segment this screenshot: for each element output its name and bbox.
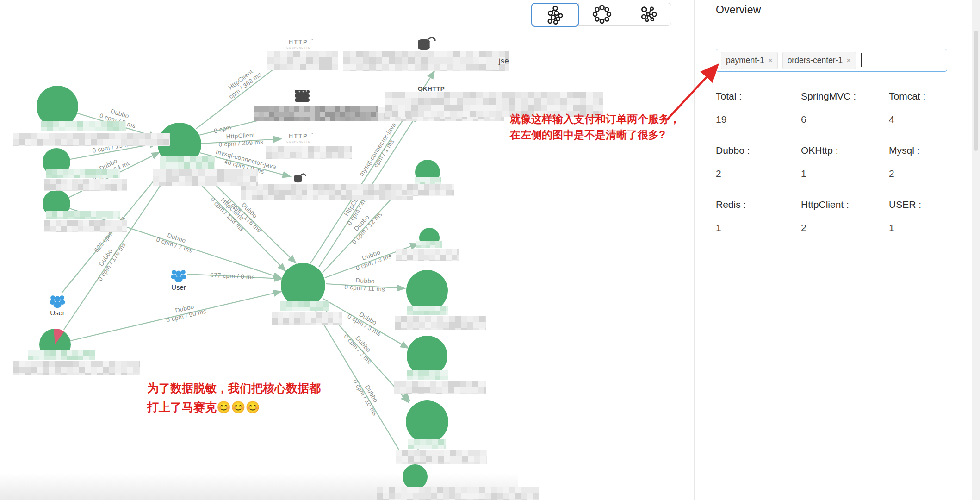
stat-label: USER : bbox=[889, 199, 968, 222]
stat-value: 2 bbox=[716, 168, 801, 199]
layout-circular-button[interactable] bbox=[578, 3, 625, 26]
stat-value: 4 bbox=[889, 114, 968, 145]
svg-text:COMPONENTS: COMPONENTS bbox=[286, 140, 310, 143]
overview-stats: Total : SpringMVC : Tomcat : 19 6 4 Dubb… bbox=[716, 91, 968, 253]
mosaic-label bbox=[46, 169, 120, 178]
circular-layout-icon bbox=[591, 5, 613, 24]
radial-layout-icon bbox=[638, 5, 659, 24]
stat-value: 1 bbox=[889, 222, 968, 253]
mosaic-label bbox=[267, 51, 338, 70]
edge-label: Dubbo0 cpm / 7 ms bbox=[155, 229, 196, 254]
mosaic-label bbox=[153, 169, 258, 186]
panel-divider bbox=[695, 30, 973, 30]
mosaic-label bbox=[13, 133, 170, 146]
edge-label: Dubbo0 cpm / 176 ms bbox=[90, 237, 127, 282]
svg-text:™: ™ bbox=[310, 132, 313, 135]
stat-value: 19 bbox=[716, 114, 801, 145]
svg-text:mysql-connector-java: mysql-connector-java bbox=[358, 121, 397, 177]
stat-value: 1 bbox=[716, 222, 801, 253]
svg-text:0 cpm / 11 ms: 0 cpm / 11 ms bbox=[344, 283, 385, 293]
service-node-svc-hub-2[interactable] bbox=[281, 263, 325, 307]
service-node-svc-right-5[interactable] bbox=[406, 400, 448, 443]
mosaic-label bbox=[44, 220, 127, 232]
edge-label: Dubbo0 cpm / 10 ms bbox=[352, 375, 385, 417]
tag-remove-icon[interactable]: × bbox=[846, 56, 851, 64]
mosaic-label bbox=[254, 106, 378, 121]
mosaic-label bbox=[415, 177, 441, 185]
mosaic-label bbox=[395, 316, 486, 330]
svg-text:0 cpm / 209 ms: 0 cpm / 209 ms bbox=[218, 138, 263, 148]
stat-value: 2 bbox=[889, 168, 968, 199]
topology-graph[interactable]: Dubbo0 cpm / 5 msDubbo0 cpm / 13 msDubbo… bbox=[0, 0, 694, 500]
svg-text:COMPONENTS: COMPONENTS bbox=[286, 46, 310, 49]
annotation-text-input-hint: 就像这样输入支付和订单两个服务， 在左侧的图中是不是清晰了很多? bbox=[510, 111, 680, 143]
mosaic-label bbox=[46, 211, 120, 219]
stat-label: Redis : bbox=[716, 199, 801, 222]
annotation-line: 为了数据脱敏，我们把核心数据都 bbox=[147, 379, 321, 398]
mosaic-label bbox=[343, 51, 509, 71]
edge-label: 677 cpm / 0 ms bbox=[210, 271, 255, 281]
service-node-svc-right-4[interactable] bbox=[407, 336, 447, 376]
service-node-svc-bottom[interactable] bbox=[403, 464, 428, 489]
edge-label: HttpClient0 cpm / 209 ms bbox=[218, 131, 263, 148]
panel-title: Overview bbox=[716, 4, 761, 16]
annotation-text-mosaic-hint: 为了数据脱敏，我们把核心数据都 打上了马赛克😊😊😊 bbox=[147, 379, 321, 417]
mosaic-label bbox=[396, 184, 454, 196]
jse-text: jse bbox=[498, 56, 509, 65]
mosaic-label bbox=[41, 121, 126, 131]
annotation-line: 打上了马赛克😊😊😊 bbox=[147, 398, 321, 417]
annotation-line: 在左侧的图中是不是清晰了很多? bbox=[510, 127, 680, 143]
stat-label: SpringMVC : bbox=[801, 91, 889, 114]
stat-label: HttpClient : bbox=[801, 199, 889, 222]
mosaic-label bbox=[13, 361, 140, 375]
mysql-icon bbox=[294, 174, 306, 183]
mosaic-label bbox=[416, 241, 442, 248]
annotation-line: 就像这样输入支付和订单两个服务， bbox=[510, 111, 680, 127]
mosaic-label bbox=[396, 450, 487, 464]
user-node-label: User bbox=[50, 309, 65, 317]
filter-tag[interactable]: payment-1 × bbox=[721, 52, 778, 69]
scrollbar[interactable] bbox=[972, 0, 980, 500]
overview-panel: Overview payment-1 × orders-center-1 × T… bbox=[694, 0, 973, 500]
mosaic-label bbox=[394, 381, 486, 394]
service-filter-input[interactable]: payment-1 × orders-center-1 × bbox=[716, 49, 947, 72]
http-components-logo: HTTP™COMPONENTS bbox=[286, 38, 313, 49]
tag-remove-icon[interactable]: × bbox=[768, 56, 773, 64]
svg-text:677 cpm / 0 ms: 677 cpm / 0 ms bbox=[210, 271, 255, 281]
svg-text:HTTP: HTTP bbox=[289, 133, 308, 139]
mosaic-label bbox=[241, 184, 413, 200]
layout-radial-button[interactable] bbox=[625, 3, 671, 26]
okhttp-logo: OKHTTP bbox=[418, 85, 445, 92]
mosaic-label bbox=[28, 350, 95, 360]
svg-text:Dubbo: Dubbo bbox=[355, 277, 375, 285]
text-cursor bbox=[861, 53, 862, 67]
stat-value: 2 bbox=[801, 222, 889, 253]
filter-tag-label: payment-1 bbox=[726, 56, 764, 65]
filter-tag[interactable]: orders-center-1 × bbox=[782, 52, 856, 69]
stat-value: 1 bbox=[801, 168, 889, 199]
stat-label: Tomcat : bbox=[889, 91, 968, 114]
layout-toolbar bbox=[531, 3, 671, 27]
mosaic-label bbox=[266, 146, 352, 159]
service-node-svc-left-big[interactable] bbox=[37, 86, 78, 127]
layout-force-button[interactable] bbox=[531, 3, 579, 27]
scrollbar-thumb[interactable] bbox=[974, 31, 978, 151]
mosaic-label bbox=[408, 439, 446, 449]
stat-label: Dubbo : bbox=[716, 145, 801, 168]
user-node[interactable]: User bbox=[50, 295, 65, 317]
mosaic-label bbox=[396, 249, 459, 261]
stat-label: Mysql : bbox=[889, 145, 968, 168]
mosaic-label bbox=[407, 370, 448, 380]
redis-icon bbox=[295, 90, 310, 102]
svg-text:HTTP: HTTP bbox=[289, 39, 308, 45]
service-node-svc-right-3[interactable] bbox=[406, 270, 448, 312]
force-layout-icon bbox=[545, 5, 566, 25]
edge-label: Dubbo0 cpm / 90 ms bbox=[164, 300, 207, 324]
mosaic-label bbox=[272, 312, 342, 325]
http-components-logo: HTTP™COMPONENTS bbox=[286, 132, 313, 143]
mosaic-label bbox=[407, 306, 448, 315]
mosaic-label bbox=[377, 487, 539, 500]
edge-label: Dubbo0 cpm / 3 ms bbox=[346, 306, 386, 337]
user-node[interactable]: User bbox=[171, 270, 186, 291]
edge-label: Dubbo0 cpm / 3 ms bbox=[352, 245, 392, 272]
